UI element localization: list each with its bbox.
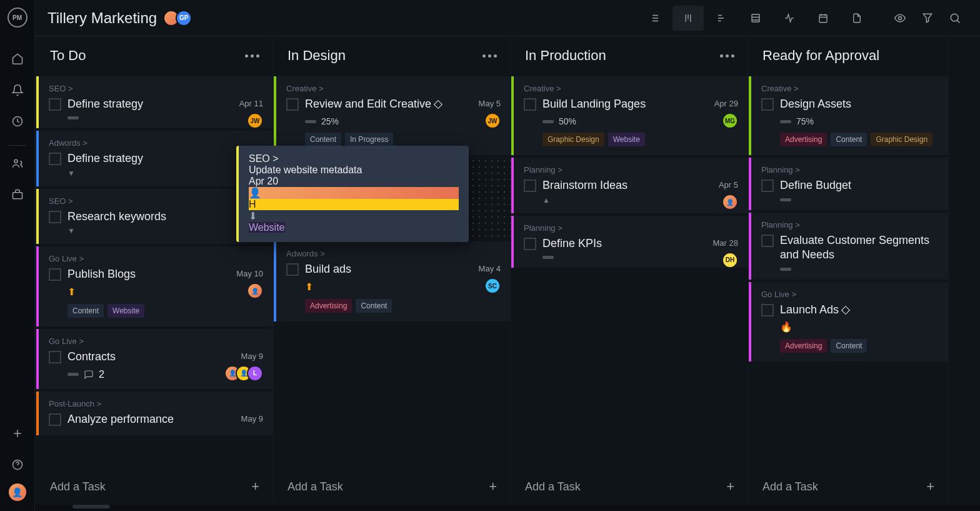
avatar[interactable]: 👤: [247, 283, 263, 299]
task-title[interactable]: Build ads: [305, 262, 501, 276]
task-checkbox[interactable]: [524, 238, 536, 250]
task-title[interactable]: Review and Edit Creative: [305, 97, 501, 111]
avatar[interactable]: L: [247, 365, 263, 382]
tag[interactable]: Content: [831, 339, 867, 353]
task-title[interactable]: Define strategy: [68, 97, 263, 111]
eye-icon[interactable]: [888, 6, 912, 31]
avatar[interactable]: GP: [176, 10, 192, 26]
board-view-icon[interactable]: [672, 6, 704, 31]
home-icon[interactable]: [5, 46, 30, 71]
task-card[interactable]: Planning >Brainstorm IdeasApr 5👤▲: [511, 158, 748, 213]
task-checkbox[interactable]: [49, 98, 61, 111]
column-menu-icon[interactable]: [482, 54, 497, 58]
briefcase-icon[interactable]: [5, 182, 30, 207]
avatar[interactable]: DH: [722, 252, 738, 268]
user-avatar[interactable]: 👤: [9, 483, 26, 501]
task-title[interactable]: Launch Ads: [780, 303, 938, 317]
task-card[interactable]: Planning >Define KPIsMar 28DH: [511, 216, 748, 268]
app-logo[interactable]: PM: [8, 8, 28, 28]
tag[interactable]: Advertising: [780, 339, 827, 353]
task-checkbox[interactable]: [49, 211, 61, 223]
add-task-button[interactable]: Add a Task+: [274, 468, 511, 505]
task-checkbox[interactable]: [49, 268, 61, 281]
avatar[interactable]: H: [249, 199, 459, 210]
tag[interactable]: Advertising: [305, 299, 352, 313]
help-icon[interactable]: [5, 452, 30, 477]
task-title[interactable]: Design Assets: [780, 97, 938, 111]
task-card[interactable]: Creative >Design Assets75%AdvertisingCon…: [749, 76, 948, 155]
header-avatars[interactable]: GP: [167, 10, 192, 26]
task-checkbox[interactable]: [761, 304, 774, 316]
task-title[interactable]: Publish Blogs: [68, 267, 263, 281]
task-checkbox[interactable]: [761, 235, 774, 247]
task-title[interactable]: Evaluate Customer Segments and Needs: [780, 233, 938, 263]
tag[interactable]: In Progress: [345, 133, 393, 146]
tag[interactable]: Advertising: [780, 133, 827, 146]
task-card[interactable]: Go Live >Launch Ads🔥AdvertisingContent: [749, 282, 948, 362]
task-checkbox[interactable]: [49, 351, 61, 363]
bell-icon[interactable]: [5, 78, 30, 103]
activity-view-icon[interactable]: [774, 6, 805, 31]
task-card[interactable]: Go Live >Publish BlogsMay 10👤⬆ContentWeb…: [36, 246, 273, 326]
task-title[interactable]: Research keywords: [68, 210, 263, 224]
task-card[interactable]: Planning >Evaluate Customer Segments and…: [749, 213, 948, 280]
task-card[interactable]: Creative >Review and Edit CreativeMay 5J…: [274, 76, 511, 155]
tag[interactable]: Website: [608, 133, 645, 146]
task-title[interactable]: Define KPIs: [542, 236, 738, 251]
dragging-card[interactable]: SEO > Update website metadata Apr 20 👤H …: [236, 146, 469, 242]
task-checkbox[interactable]: [286, 98, 299, 111]
tag[interactable]: Graphic Design: [871, 133, 932, 146]
add-task-button[interactable]: Add a Task+: [36, 468, 273, 505]
column-menu-icon[interactable]: [245, 54, 259, 58]
calendar-view-icon[interactable]: [808, 6, 839, 31]
gantt-view-icon[interactable]: [706, 6, 738, 31]
clock-icon[interactable]: [5, 109, 30, 134]
task-card[interactable]: SEO >Define strategyApr 11JW: [36, 76, 273, 128]
card-category: Creative >: [524, 84, 738, 93]
task-checkbox[interactable]: [761, 98, 774, 111]
file-view-icon[interactable]: [841, 6, 872, 31]
tag[interactable]: Graphic Design: [542, 133, 604, 146]
task-checkbox[interactable]: [49, 153, 61, 165]
task-checkbox[interactable]: [524, 98, 536, 111]
add-task-button[interactable]: Add a Task+: [511, 468, 748, 505]
task-card[interactable]: Post-Launch >Analyze performanceMay 9: [36, 392, 273, 435]
task-title[interactable]: Analyze performance: [68, 412, 263, 427]
task-card[interactable]: Creative >Build Landing PagesApr 29MG50%…: [511, 76, 748, 155]
task-title[interactable]: Define strategy: [68, 151, 263, 166]
plus-icon[interactable]: [5, 421, 30, 446]
tag[interactable]: Website: [249, 222, 285, 233]
horizontal-scrollbar[interactable]: [72, 505, 110, 508]
search-icon[interactable]: [942, 6, 968, 31]
task-card[interactable]: Go Live >ContractsMay 9👤👤L2: [36, 329, 273, 389]
task-card[interactable]: Adwords >Build adsMay 4SC⬆AdvertisingCon…: [274, 241, 511, 321]
avatar[interactable]: JW: [484, 113, 501, 129]
tag[interactable]: Content: [305, 133, 341, 146]
people-icon[interactable]: [5, 151, 30, 176]
task-title[interactable]: Build Landing Pages: [542, 97, 738, 111]
avatar[interactable]: 👤: [249, 187, 459, 199]
add-task-button[interactable]: Add a Task+: [749, 468, 948, 505]
task-checkbox[interactable]: [524, 180, 536, 192]
list-view-icon[interactable]: [639, 6, 670, 31]
tag[interactable]: Content: [831, 133, 867, 146]
task-title[interactable]: Contracts: [68, 350, 263, 364]
column-menu-icon[interactable]: [720, 54, 734, 58]
avatar[interactable]: JW: [247, 113, 263, 129]
task-checkbox[interactable]: [286, 263, 299, 276]
svg-point-6: [899, 16, 902, 19]
tag[interactable]: Website: [108, 304, 144, 318]
task-title[interactable]: Define Budget: [780, 178, 938, 193]
avatar[interactable]: SC: [484, 278, 501, 294]
task-checkbox[interactable]: [49, 413, 61, 426]
task-card[interactable]: Planning >Define Budget: [749, 158, 948, 210]
avatar[interactable]: 👤: [722, 194, 738, 210]
task-title[interactable]: Update website metadata: [249, 164, 459, 176]
table-view-icon[interactable]: [740, 6, 771, 31]
avatar[interactable]: MG: [722, 113, 738, 129]
task-title[interactable]: Brainstorm Ideas: [542, 178, 738, 193]
task-checkbox[interactable]: [761, 180, 774, 192]
tag[interactable]: Content: [356, 299, 392, 313]
filter-icon[interactable]: [915, 6, 940, 31]
tag[interactable]: Content: [68, 304, 104, 318]
